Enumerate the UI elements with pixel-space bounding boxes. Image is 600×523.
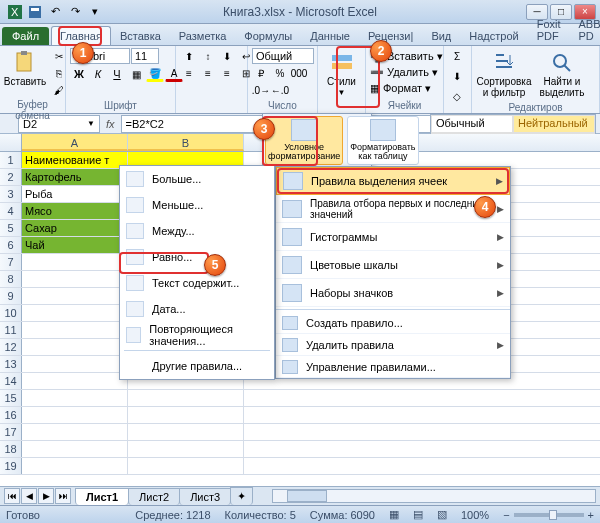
tab-foxit[interactable]: Foxit PDF: [528, 14, 570, 45]
autosum-icon[interactable]: Σ: [448, 48, 466, 64]
align-top-icon[interactable]: ⬆: [180, 48, 198, 64]
date-occurring-item[interactable]: Дата...: [120, 296, 274, 322]
cell[interactable]: [22, 441, 128, 457]
cell[interactable]: Мясо: [22, 203, 128, 219]
align-bot-icon[interactable]: ⬇: [218, 48, 236, 64]
icon-sets-item[interactable]: Наборы значков ▶: [276, 279, 510, 307]
tab-addins[interactable]: Надстрой: [460, 26, 527, 45]
view-normal-icon[interactable]: ▦: [389, 508, 399, 521]
tab-formulas[interactable]: Формулы: [235, 26, 301, 45]
cell[interactable]: Рыба: [22, 186, 128, 202]
italic-icon[interactable]: К: [89, 66, 107, 82]
row-header[interactable]: 3: [0, 186, 22, 202]
top-bottom-rules-item[interactable]: Правила отбора первых и последних значен…: [276, 195, 510, 223]
align-center-icon[interactable]: ≡: [199, 65, 217, 81]
align-right-icon[interactable]: ≡: [218, 65, 236, 81]
dec-dec-icon[interactable]: ←.0: [271, 82, 289, 98]
save-button[interactable]: [26, 3, 44, 21]
sheet-tab-1[interactable]: Лист1: [75, 488, 129, 505]
tab-data[interactable]: Данные: [301, 26, 359, 45]
tab-view[interactable]: Вид: [422, 26, 460, 45]
percent-icon[interactable]: %: [271, 65, 289, 81]
col-header-a[interactable]: A: [22, 134, 128, 151]
fx-icon[interactable]: fx: [106, 118, 115, 130]
qat-more-icon[interactable]: ▾: [86, 3, 104, 21]
row-header[interactable]: 10: [0, 305, 22, 321]
find-select-button[interactable]: Найти и выделить: [536, 48, 588, 101]
cell[interactable]: [22, 305, 128, 321]
cell[interactable]: [22, 390, 128, 406]
underline-icon[interactable]: Ч: [108, 66, 126, 82]
cell[interactable]: [128, 390, 244, 406]
clear-rules-item[interactable]: Удалить правила ▶: [276, 334, 510, 356]
format-as-table-button[interactable]: Форматировать как таблицу: [347, 116, 418, 165]
horizontal-scrollbar[interactable]: [272, 489, 596, 503]
col-header-b[interactable]: B: [128, 134, 244, 151]
tab-abbyy[interactable]: ABBYY PD: [570, 14, 600, 45]
more-rules-item[interactable]: Другие правила...: [120, 353, 274, 379]
comma-icon[interactable]: 000: [290, 65, 308, 81]
cell[interactable]: [128, 458, 244, 474]
currency-icon[interactable]: ₽: [252, 65, 270, 81]
text-contains-item[interactable]: Текст содержит...: [120, 270, 274, 296]
row-header[interactable]: 4: [0, 203, 22, 219]
cell[interactable]: [22, 356, 128, 372]
insert-cells-button[interactable]: ➕Вставить ▾: [370, 48, 443, 64]
zoom-level[interactable]: 100%: [461, 509, 489, 521]
cell[interactable]: [22, 424, 128, 440]
cell[interactable]: Картофель: [22, 169, 128, 185]
row-header[interactable]: 2: [0, 169, 22, 185]
scrollbar-thumb[interactable]: [287, 490, 327, 502]
tab-review[interactable]: Рецензи|: [359, 26, 422, 45]
row-header[interactable]: 7: [0, 254, 22, 270]
row-header[interactable]: 16: [0, 407, 22, 423]
less-than-item[interactable]: Меньше...: [120, 192, 274, 218]
sheet-last-button[interactable]: ⏭: [55, 488, 71, 504]
select-all-corner[interactable]: [0, 134, 22, 151]
delete-cells-button[interactable]: ➖Удалить ▾: [370, 64, 438, 80]
cell[interactable]: [22, 407, 128, 423]
styles-button[interactable]: Стили ▼: [322, 48, 361, 100]
row-header[interactable]: 19: [0, 458, 22, 474]
zoom-in-icon[interactable]: +: [588, 509, 594, 521]
style-normal[interactable]: Обычный: [431, 115, 513, 133]
view-layout-icon[interactable]: ▤: [413, 508, 423, 521]
data-bars-item[interactable]: Гистограммы ▶: [276, 223, 510, 251]
row-header[interactable]: 12: [0, 339, 22, 355]
align-left-icon[interactable]: ≡: [180, 65, 198, 81]
color-scales-item[interactable]: Цветовые шкалы ▶: [276, 251, 510, 279]
tab-layout[interactable]: Разметка: [170, 26, 236, 45]
excel-icon[interactable]: X: [6, 3, 24, 21]
cell[interactable]: Чай: [22, 237, 128, 253]
row-header[interactable]: 18: [0, 441, 22, 457]
sheet-prev-button[interactable]: ◀: [21, 488, 37, 504]
cell[interactable]: [128, 424, 244, 440]
row-header[interactable]: 11: [0, 322, 22, 338]
cell[interactable]: [22, 373, 128, 389]
undo-button[interactable]: ↶: [46, 3, 64, 21]
dec-inc-icon[interactable]: .0→: [252, 82, 270, 98]
row-header[interactable]: 17: [0, 424, 22, 440]
greater-than-item[interactable]: Больше...: [120, 166, 274, 192]
cell[interactable]: [22, 254, 128, 270]
tab-file[interactable]: Файл: [2, 27, 49, 45]
highlight-cells-rules-item[interactable]: Правила выделения ячеек ▶: [276, 167, 510, 195]
font-name-select[interactable]: Calibri: [70, 48, 130, 64]
new-sheet-button[interactable]: ✦: [230, 487, 253, 505]
fill-color-icon[interactable]: 🪣: [146, 66, 164, 82]
align-mid-icon[interactable]: ↕: [199, 48, 217, 64]
cell[interactable]: [128, 441, 244, 457]
paste-button[interactable]: Вставить: [4, 48, 46, 90]
format-cells-button[interactable]: ▦Формат ▾: [370, 80, 431, 96]
cell[interactable]: [128, 407, 244, 423]
tab-home[interactable]: Главная: [51, 26, 111, 45]
fill-icon[interactable]: ⬇: [448, 68, 466, 84]
row-header[interactable]: 13: [0, 356, 22, 372]
row-header[interactable]: 5: [0, 220, 22, 236]
zoom-out-icon[interactable]: −: [503, 509, 509, 521]
zoom-slider[interactable]: − +: [503, 509, 594, 521]
sheet-tab-2[interactable]: Лист2: [128, 488, 180, 505]
view-pagebreak-icon[interactable]: ▧: [437, 508, 447, 521]
row-header[interactable]: 15: [0, 390, 22, 406]
font-size-select[interactable]: 11: [131, 48, 159, 64]
